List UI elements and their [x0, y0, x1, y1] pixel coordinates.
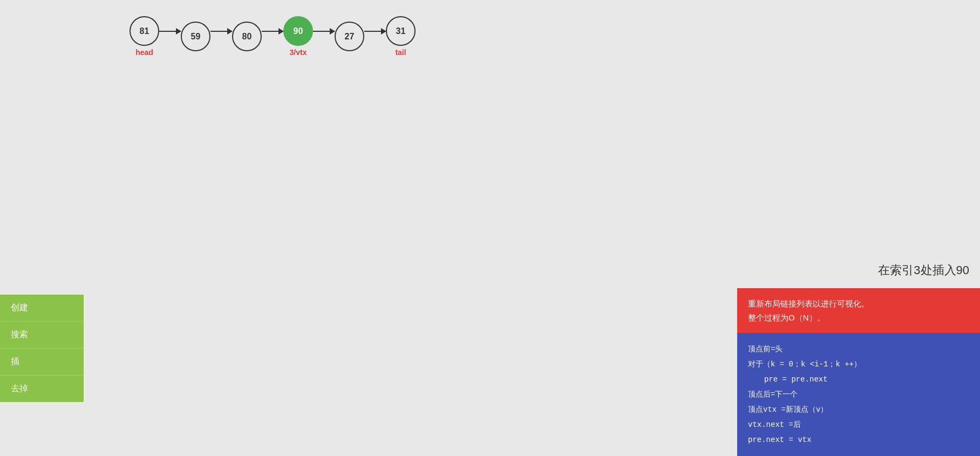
node-label-5: tail [395, 48, 406, 57]
code-line-3: 顶点后=下一个 [748, 387, 969, 402]
node-1: 59 [181, 22, 210, 51]
node-circle-4: 27 [335, 22, 364, 51]
code-line-2: pre = pre.next [748, 372, 969, 387]
node-circle-0: 81 [130, 16, 159, 46]
node-label-0: head [135, 48, 153, 57]
linked-list: 81head5980903/vtx2731tail [130, 16, 416, 57]
arrow-3 [313, 31, 335, 32]
node-2: 80 [232, 22, 262, 51]
code-line-4: 顶点vtx =新顶点（v） [748, 402, 969, 417]
node-0: 81head [130, 16, 159, 57]
arrow-2 [262, 31, 283, 32]
arrow-4 [364, 31, 386, 32]
menu-delete[interactable]: 去掉 [0, 376, 84, 402]
panel-title: 在索引3处插入90 [737, 257, 980, 284]
info-red-box: 重新布局链接列表以进行可视化。 整个过程为O（N）。 [737, 288, 980, 333]
node-circle-2: 80 [232, 22, 262, 51]
menu-create[interactable]: 创建 [0, 295, 84, 322]
right-panel: 在索引3处插入90 重新布局链接列表以进行可视化。 整个过程为O（N）。 顶点前… [737, 257, 980, 456]
menu-insert[interactable]: 插 [0, 349, 84, 376]
info-blue-box: 顶点前=头对于（k = 0；k <i-1；k ++）pre = pre.next… [737, 333, 980, 456]
node-3: 903/vtx [283, 16, 313, 57]
red-line2: 整个过程为O（N）。 [748, 313, 825, 322]
menu-search[interactable]: 搜索 [0, 322, 84, 349]
code-line-6: pre.next = vtx [748, 432, 969, 447]
node-5: 31tail [386, 16, 416, 57]
node-circle-3: 90 [283, 16, 313, 46]
node-circle-1: 59 [181, 22, 210, 51]
node-label-3: 3/vtx [290, 48, 307, 57]
code-line-1: 对于（k = 0；k <i-1；k ++） [748, 357, 969, 372]
node-circle-5: 31 [386, 16, 416, 46]
node-4: 27 [335, 22, 364, 51]
red-line1: 重新布局链接列表以进行可视化。 [748, 299, 869, 308]
arrow-0 [159, 31, 181, 32]
sidebar-menu: 创建 搜索 插 去掉 [0, 295, 84, 402]
code-line-5: vtx.next =后 [748, 417, 969, 432]
arrow-1 [210, 31, 232, 32]
code-line-0: 顶点前=头 [748, 342, 969, 357]
